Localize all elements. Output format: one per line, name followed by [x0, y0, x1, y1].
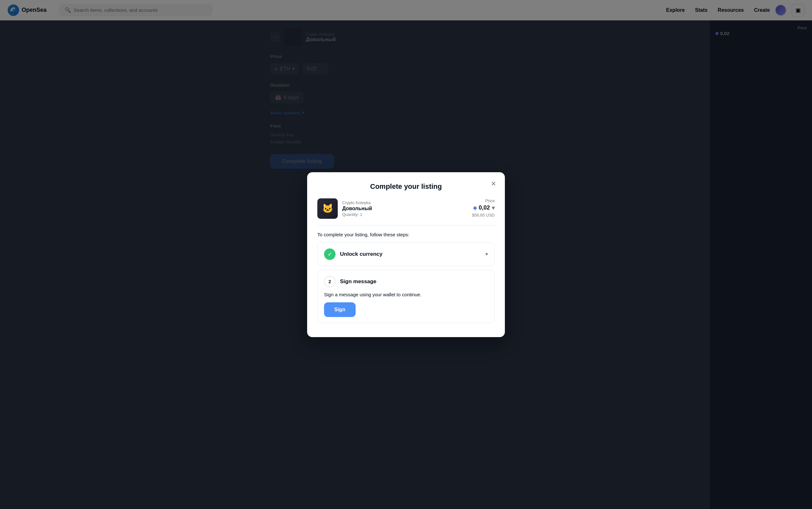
modal-price-value: ◆ 0,02 ▾: [472, 204, 495, 211]
nft-modal-name: Довольный: [342, 206, 372, 211]
sign-button[interactable]: Sign: [324, 302, 356, 317]
price-chevron-icon[interactable]: ▾: [492, 204, 495, 211]
nft-modal-collection: Crypto Koteyka: [342, 200, 372, 205]
nft-summary-left: 🐱 Crypto Koteyka Довольный Quantity: 1: [317, 198, 372, 219]
modal-close-button[interactable]: ✕: [488, 179, 499, 189]
step-2-number: 2: [324, 276, 336, 287]
modal: ✕ Complete your listing 🐱 Crypto Koteyka…: [307, 172, 505, 337]
step-1-chevron-icon[interactable]: ▾: [485, 251, 488, 257]
steps-intro: To complete your listing, follow these s…: [317, 232, 495, 237]
nft-modal-image: 🐱: [317, 198, 338, 219]
step-2-description: Sign a message using your wallet to cont…: [324, 292, 488, 297]
close-icon: ✕: [491, 180, 496, 188]
modal-price-number: 0,02: [479, 204, 490, 211]
modal-price-label: Price: [472, 198, 495, 203]
nft-modal-details: Crypto Koteyka Довольный Quantity: 1: [342, 200, 372, 217]
step-1-header: ✓ Unlock currency ▾: [324, 248, 488, 260]
step-2-title: Sign message: [340, 278, 376, 285]
modal-price-usd: $56,85 USD: [472, 213, 495, 217]
step-2-card: 2 Sign message Sign a message using your…: [317, 270, 495, 323]
step-1-card: ✓ Unlock currency ▾: [317, 242, 495, 266]
step-2-header: 2 Sign message: [324, 276, 488, 287]
modal-eth-icon: ◆: [473, 205, 477, 211]
nft-modal-qty: Quantity: 1: [342, 212, 372, 217]
step-1-title: Unlock currency: [340, 251, 382, 258]
modal-title: Complete your listing: [317, 182, 495, 191]
step-1-left: ✓ Unlock currency: [324, 248, 382, 260]
step-2-left: 2 Sign message: [324, 276, 376, 287]
price-right: Price ◆ 0,02 ▾ $56,85 USD: [472, 198, 495, 217]
step-2-body: Sign a message using your wallet to cont…: [324, 287, 488, 317]
modal-overlay: ✕ Complete your listing 🐱 Crypto Koteyka…: [0, 0, 812, 509]
step-1-check-icon: ✓: [324, 248, 336, 260]
nft-summary: 🐱 Crypto Koteyka Довольный Quantity: 1 P…: [317, 198, 495, 226]
